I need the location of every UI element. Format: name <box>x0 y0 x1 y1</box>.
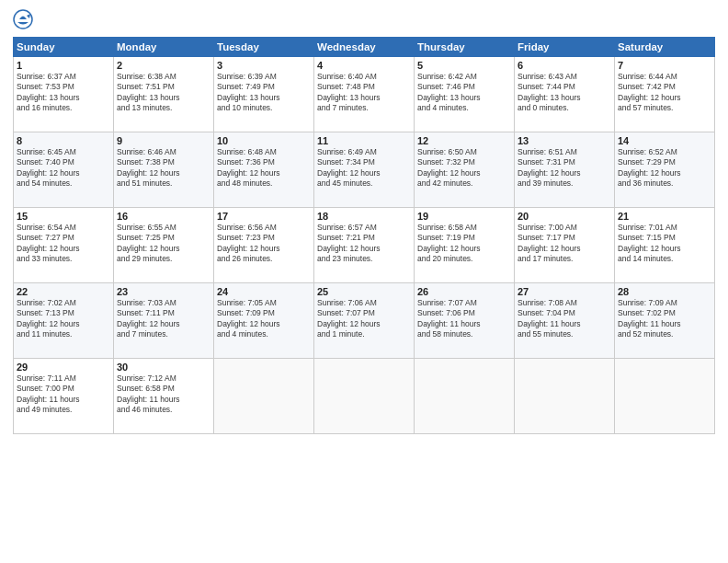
day-info: Sunrise: 6:45 AMSunset: 7:40 PMDaylight:… <box>17 147 110 190</box>
calendar-cell: 5Sunrise: 6:42 AMSunset: 7:46 PMDaylight… <box>415 57 515 132</box>
day-info: Sunrise: 6:51 AMSunset: 7:31 PMDaylight:… <box>518 147 611 190</box>
calendar-cell: 12Sunrise: 6:50 AMSunset: 7:32 PMDayligh… <box>415 132 515 208</box>
day-number: 9 <box>117 135 210 146</box>
day-number: 27 <box>518 286 611 297</box>
day-number: 18 <box>317 211 411 222</box>
day-number: 1 <box>17 60 110 71</box>
calendar-cell: 20Sunrise: 7:00 AMSunset: 7:17 PMDayligh… <box>515 208 615 283</box>
day-info: Sunrise: 6:42 AMSunset: 7:46 PMDaylight:… <box>417 72 511 114</box>
calendar-week-4: 22Sunrise: 7:02 AMSunset: 7:13 PMDayligh… <box>14 283 715 359</box>
day-number: 15 <box>17 211 110 222</box>
calendar-week-1: 1Sunrise: 6:37 AMSunset: 7:53 PMDaylight… <box>14 57 715 132</box>
logo-icon <box>13 9 33 29</box>
calendar-cell: 28Sunrise: 7:09 AMSunset: 7:02 PMDayligh… <box>615 283 715 359</box>
day-number: 20 <box>518 211 611 222</box>
calendar-cell: 11Sunrise: 6:49 AMSunset: 7:34 PMDayligh… <box>314 132 415 208</box>
day-info: Sunrise: 7:08 AMSunset: 7:04 PMDaylight:… <box>518 298 611 340</box>
day-info: Sunrise: 7:01 AMSunset: 7:15 PMDaylight:… <box>618 223 711 265</box>
calendar-cell: 8Sunrise: 6:45 AMSunset: 7:40 PMDaylight… <box>14 132 114 208</box>
day-number: 3 <box>217 60 311 71</box>
calendar-cell: 9Sunrise: 6:46 AMSunset: 7:38 PMDaylight… <box>114 132 214 208</box>
day-number: 12 <box>417 135 511 146</box>
day-number: 7 <box>618 60 711 71</box>
calendar-cell: 6Sunrise: 6:43 AMSunset: 7:44 PMDaylight… <box>515 57 615 132</box>
day-info: Sunrise: 6:48 AMSunset: 7:36 PMDaylight:… <box>217 147 311 190</box>
header <box>13 9 715 29</box>
day-info: Sunrise: 6:52 AMSunset: 7:29 PMDaylight:… <box>618 147 711 190</box>
day-info: Sunrise: 6:49 AMSunset: 7:34 PMDaylight:… <box>317 147 411 190</box>
calendar-table: SundayMondayTuesdayWednesdayThursdayFrid… <box>13 37 715 434</box>
calendar-week-2: 8Sunrise: 6:45 AMSunset: 7:40 PMDaylight… <box>14 132 715 208</box>
calendar-cell: 18Sunrise: 6:57 AMSunset: 7:21 PMDayligh… <box>314 208 415 283</box>
calendar-cell: 19Sunrise: 6:58 AMSunset: 7:19 PMDayligh… <box>415 208 515 283</box>
weekday-header-wednesday: Wednesday <box>314 38 415 57</box>
day-number: 22 <box>17 286 110 297</box>
calendar-cell <box>615 359 715 434</box>
day-number: 8 <box>17 135 110 146</box>
day-number: 29 <box>17 362 110 373</box>
calendar-cell: 10Sunrise: 6:48 AMSunset: 7:36 PMDayligh… <box>214 132 314 208</box>
calendar-cell: 17Sunrise: 6:56 AMSunset: 7:23 PMDayligh… <box>214 208 314 283</box>
calendar-cell <box>415 359 515 434</box>
day-info: Sunrise: 6:39 AMSunset: 7:49 PMDaylight:… <box>217 72 311 114</box>
day-number: 17 <box>217 211 311 222</box>
day-info: Sunrise: 6:37 AMSunset: 7:53 PMDaylight:… <box>17 72 110 114</box>
day-number: 28 <box>618 286 711 297</box>
calendar-cell: 30Sunrise: 7:12 AMSunset: 6:58 PMDayligh… <box>114 359 214 434</box>
logo <box>13 9 35 29</box>
day-number: 10 <box>217 135 311 146</box>
calendar-week-5: 29Sunrise: 7:11 AMSunset: 7:00 PMDayligh… <box>14 359 715 434</box>
day-info: Sunrise: 6:57 AMSunset: 7:21 PMDaylight:… <box>317 223 411 265</box>
day-info: Sunrise: 6:55 AMSunset: 7:25 PMDaylight:… <box>117 223 210 265</box>
day-info: Sunrise: 7:06 AMSunset: 7:07 PMDaylight:… <box>317 298 411 340</box>
day-number: 16 <box>117 211 210 222</box>
calendar-cell: 15Sunrise: 6:54 AMSunset: 7:27 PMDayligh… <box>14 208 114 283</box>
calendar-cell: 2Sunrise: 6:38 AMSunset: 7:51 PMDaylight… <box>114 57 214 132</box>
day-info: Sunrise: 6:56 AMSunset: 7:23 PMDaylight:… <box>217 223 311 265</box>
weekday-header-thursday: Thursday <box>415 38 515 57</box>
day-info: Sunrise: 6:40 AMSunset: 7:48 PMDaylight:… <box>317 72 411 114</box>
weekday-header-tuesday: Tuesday <box>214 38 314 57</box>
day-info: Sunrise: 6:46 AMSunset: 7:38 PMDaylight:… <box>117 147 210 190</box>
day-info: Sunrise: 6:50 AMSunset: 7:32 PMDaylight:… <box>417 147 511 190</box>
day-number: 25 <box>317 286 411 297</box>
day-info: Sunrise: 7:07 AMSunset: 7:06 PMDaylight:… <box>417 298 511 340</box>
day-number: 19 <box>417 211 511 222</box>
day-info: Sunrise: 7:00 AMSunset: 7:17 PMDaylight:… <box>518 223 611 265</box>
calendar-cell: 23Sunrise: 7:03 AMSunset: 7:11 PMDayligh… <box>114 283 214 359</box>
day-number: 13 <box>518 135 611 146</box>
calendar-cell: 22Sunrise: 7:02 AMSunset: 7:13 PMDayligh… <box>14 283 114 359</box>
calendar-cell: 26Sunrise: 7:07 AMSunset: 7:06 PMDayligh… <box>415 283 515 359</box>
day-info: Sunrise: 6:38 AMSunset: 7:51 PMDaylight:… <box>117 72 210 114</box>
page: SundayMondayTuesdayWednesdayThursdayFrid… <box>0 0 728 563</box>
day-info: Sunrise: 7:05 AMSunset: 7:09 PMDaylight:… <box>217 298 311 340</box>
day-number: 6 <box>518 60 611 71</box>
calendar-cell: 3Sunrise: 6:39 AMSunset: 7:49 PMDaylight… <box>214 57 314 132</box>
weekday-header-row: SundayMondayTuesdayWednesdayThursdayFrid… <box>14 38 715 57</box>
day-number: 14 <box>618 135 711 146</box>
day-number: 4 <box>317 60 411 71</box>
calendar-cell <box>214 359 314 434</box>
day-number: 11 <box>317 135 411 146</box>
day-number: 2 <box>117 60 210 71</box>
day-number: 21 <box>618 211 711 222</box>
day-info: Sunrise: 6:43 AMSunset: 7:44 PMDaylight:… <box>518 72 611 114</box>
day-info: Sunrise: 6:54 AMSunset: 7:27 PMDaylight:… <box>17 223 110 265</box>
calendar-cell <box>515 359 615 434</box>
weekday-header-sunday: Sunday <box>14 38 114 57</box>
day-number: 23 <box>117 286 210 297</box>
calendar-cell: 24Sunrise: 7:05 AMSunset: 7:09 PMDayligh… <box>214 283 314 359</box>
calendar-cell: 7Sunrise: 6:44 AMSunset: 7:42 PMDaylight… <box>615 57 715 132</box>
calendar-cell: 25Sunrise: 7:06 AMSunset: 7:07 PMDayligh… <box>314 283 415 359</box>
day-number: 24 <box>217 286 311 297</box>
day-number: 26 <box>417 286 511 297</box>
day-number: 30 <box>117 362 210 373</box>
calendar-cell: 13Sunrise: 6:51 AMSunset: 7:31 PMDayligh… <box>515 132 615 208</box>
calendar-cell: 16Sunrise: 6:55 AMSunset: 7:25 PMDayligh… <box>114 208 214 283</box>
day-info: Sunrise: 6:58 AMSunset: 7:19 PMDaylight:… <box>417 223 511 265</box>
calendar-cell: 29Sunrise: 7:11 AMSunset: 7:00 PMDayligh… <box>14 359 114 434</box>
svg-marker-1 <box>27 14 30 18</box>
calendar-cell: 27Sunrise: 7:08 AMSunset: 7:04 PMDayligh… <box>515 283 615 359</box>
day-info: Sunrise: 7:02 AMSunset: 7:13 PMDaylight:… <box>17 298 110 340</box>
calendar-cell: 21Sunrise: 7:01 AMSunset: 7:15 PMDayligh… <box>615 208 715 283</box>
